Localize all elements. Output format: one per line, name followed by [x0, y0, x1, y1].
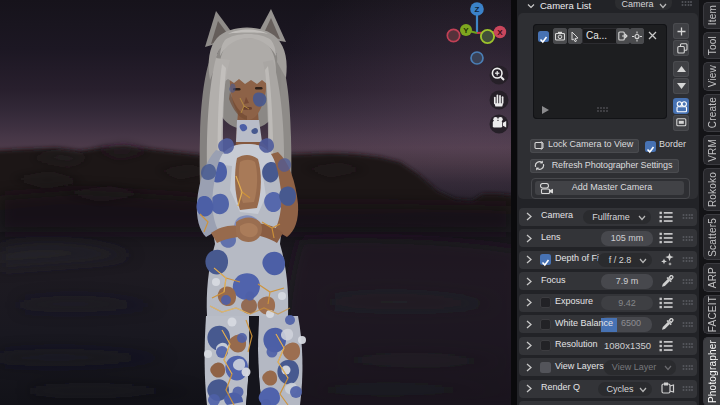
svg-text:Y: Y	[463, 26, 469, 35]
svg-text:Z: Z	[475, 5, 480, 14]
svg-text:X: X	[497, 28, 503, 37]
